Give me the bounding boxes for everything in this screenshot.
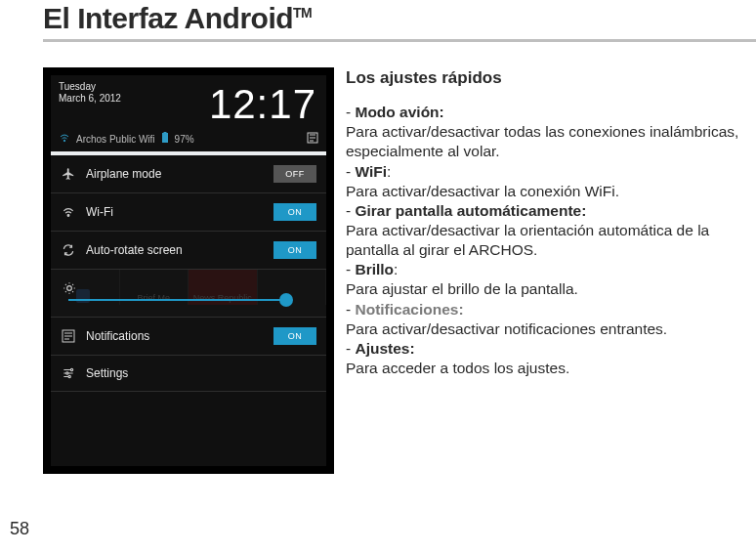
toggle-notifications[interactable]: ON [273,327,316,345]
toggle-airplane[interactable]: OFF [273,165,316,183]
title-underline [43,39,756,42]
item-wifi-t: Para activar/desactivar la conexión WiFi… [346,183,619,199]
row-auto-rotate[interactable]: Auto-rotate screen ON [51,232,326,270]
quick-settings-heading: Los ajustes rápidos [346,67,750,89]
page-number: 58 [10,519,29,539]
device-screenshot: Tuesday March 6, 2012 12:17 Archos Publi… [43,67,334,474]
row-notifications[interactable]: Notifications ON [51,318,326,356]
svg-point-9 [68,375,70,377]
clock-time: 12:17 [209,81,316,128]
svg-rect-2 [163,132,166,133]
wifi-icon [59,132,70,146]
brightness-icon [63,281,76,298]
battery-percent: 97% [175,134,194,145]
item-wifi-h: WiFi [355,163,387,180]
row-settings[interactable]: Settings [51,356,326,392]
notifications-icon [61,328,76,344]
item-airplane-h: Modo avión: [355,104,443,120]
brightness-slider[interactable] [68,299,285,301]
status-bar: Archos Public Wifi 97% [51,130,326,151]
svg-rect-1 [162,133,168,143]
row-label: Auto-rotate screen [86,243,264,257]
quick-settings-list: Airplane mode OFF Wi-Fi ON Auto-rotate s… [51,155,326,392]
item-settings-t: Para acceder a todos los ajustes. [346,360,569,376]
row-label: Settings [86,366,316,380]
airplane-icon [61,166,76,182]
description-column: Los ajustes rápidos - Modo avión: Para a… [346,67,756,474]
item-rotate: - Girar pantalla automáticamente: Para a… [346,201,750,260]
row-label: Wi-Fi [86,205,264,219]
date-block: Tuesday March 6, 2012 [59,81,121,128]
toggle-rotate[interactable]: ON [273,241,316,259]
item-brightness-h: Brillo [355,261,394,277]
page-title: El Interfaz AndroidTM [43,2,756,35]
page-title-text: El Interfaz Android [43,2,293,34]
wifi-ssid: Archos Public Wifi [76,134,155,145]
svg-point-0 [63,140,65,142]
rotate-icon [61,242,76,258]
item-rotate-h: Girar pantalla automáticamente: [355,202,586,219]
battery-icon [161,132,169,146]
item-brightness: - Brillo: Para ajustar el brillo de la p… [346,260,750,299]
item-airplane-t: Para activar/desactivar todas las conexi… [346,123,738,159]
notifications-status-icon [307,132,318,146]
svg-point-7 [70,368,72,370]
row-label: Airplane mode [86,167,264,181]
svg-point-4 [67,215,69,217]
item-rotate-t: Para activar/desactivar la orientación a… [346,222,709,258]
item-settings-h: Ajustes: [355,340,414,357]
row-label: Notifications [86,329,264,343]
item-airplane: - Modo avión: Para activar/desactivar to… [346,103,750,161]
settings-icon [61,365,76,381]
row-brightness[interactable]: Brief Me News Republic [51,270,326,318]
row-airplane-mode[interactable]: Airplane mode OFF [51,155,326,193]
date-line-1: Tuesday [59,81,121,93]
item-settings: - Ajustes: Para acceder a todos los ajus… [346,339,750,378]
date-line-2: March 6, 2012 [59,93,121,105]
row-wifi[interactable]: Wi-Fi ON [51,193,326,232]
item-notifications: - Notificaciones: Para activar/desactiva… [346,300,750,339]
svg-point-8 [66,372,68,374]
item-wifi: - WiFi: Para activar/desactivar la conex… [346,162,750,201]
toggle-wifi[interactable]: ON [273,203,316,221]
wifi-row-icon [61,204,76,220]
svg-point-5 [67,286,72,291]
trademark-tm: TM [293,5,312,21]
item-brightness-t: Para ajustar el brillo de la pantalla. [346,280,578,297]
item-notifications-t: Para activar/desactivar notificaciones e… [346,320,667,337]
item-notifications-h: Notificaciones: [355,301,463,318]
